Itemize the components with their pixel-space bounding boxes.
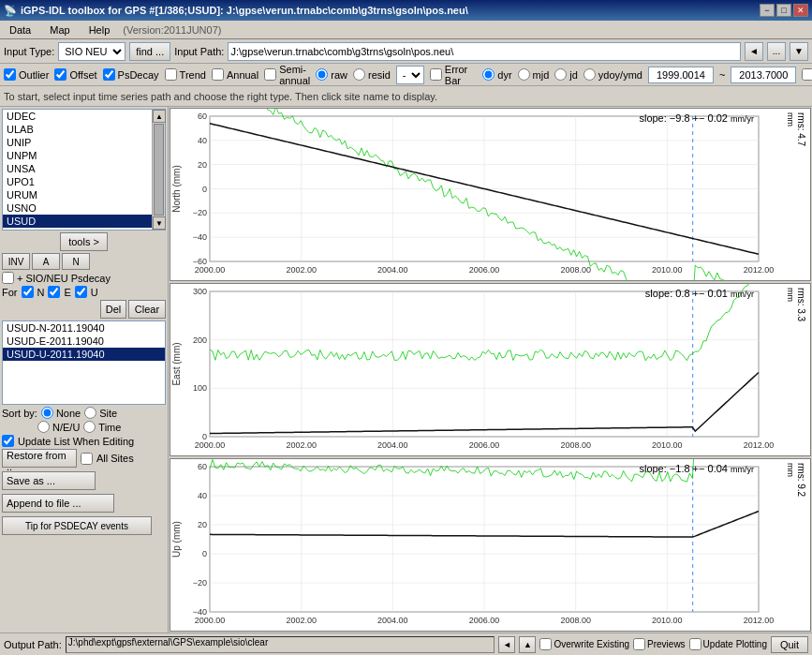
site-item-udec[interactable]: UDEC (3, 110, 152, 123)
from-input[interactable] (648, 67, 714, 83)
semi-annual-group[interactable]: Semi-annual (264, 64, 310, 86)
site-item-unip[interactable]: UNIP (3, 136, 152, 149)
previews-checkbox[interactable] (633, 638, 645, 650)
site-item-unsa[interactable]: UNSA (3, 162, 152, 175)
resid-radio-group[interactable]: resid (353, 68, 391, 81)
site-item-usno[interactable]: USNO (3, 201, 152, 215)
trend-checkbox[interactable] (165, 68, 177, 81)
dyr-radio-group[interactable]: dyr (482, 68, 511, 81)
menu-map[interactable]: Map (44, 22, 75, 37)
psdecay-main-checkbox[interactable] (2, 272, 14, 284)
del-button[interactable]: Del (100, 300, 126, 319)
scroll-down-arrow[interactable]: ▼ (153, 216, 166, 230)
annual-group[interactable]: Annual (212, 68, 258, 81)
annual-checkbox[interactable] (212, 68, 224, 81)
psdecay-row: + SIO/NEU Psdecay (2, 272, 166, 284)
none-radio[interactable] (41, 407, 53, 419)
nav-dots-button[interactable]: ... (767, 42, 786, 61)
minimize-button[interactable]: − (760, 4, 775, 17)
u-checkbox[interactable] (75, 286, 87, 298)
raw-radio-group[interactable]: raw (316, 68, 347, 81)
outlier-checkbox[interactable] (4, 68, 16, 81)
clear-button[interactable]: Clear (128, 300, 166, 319)
mjd-radio-group[interactable]: mjd (518, 68, 550, 81)
resid-radio[interactable] (353, 68, 365, 81)
file-item[interactable]: USUD-N-2011.19040 (3, 321, 165, 335)
output-path-label: Output Path: (4, 639, 62, 650)
overwrite-group[interactable]: Overwrite Existing (539, 638, 629, 650)
e-checkbox[interactable] (48, 286, 60, 298)
time-radio[interactable] (83, 421, 96, 433)
site-item-vacs[interactable]: VACS (3, 228, 152, 230)
neu-radio[interactable] (37, 421, 50, 433)
ydoy-radio[interactable] (583, 68, 596, 81)
error-bar-group[interactable]: Error Bar (430, 64, 467, 86)
update-checkbox[interactable] (2, 435, 14, 447)
n-button[interactable]: N (62, 253, 90, 270)
n-checkbox[interactable] (22, 286, 34, 298)
raw-radio[interactable] (316, 68, 328, 81)
neu-radio-group[interactable]: N/E/U (37, 421, 80, 433)
mjd-radio[interactable] (518, 68, 530, 81)
menu-help[interactable]: Help (83, 22, 116, 37)
scroll-up-arrow[interactable]: ▲ (153, 110, 166, 123)
all-sites-checkbox[interactable] (81, 453, 93, 465)
nav-right-button[interactable]: ▼ (790, 42, 808, 61)
file-item[interactable]: USUD-E-2011.19040 (3, 335, 165, 348)
resid-select[interactable]: - (396, 66, 424, 84)
nav-left-button[interactable]: ◄ (745, 42, 763, 61)
tools-button[interactable]: tools > (60, 232, 108, 251)
chart-up-canvas (170, 459, 810, 631)
previews-group[interactable]: Previews (633, 638, 686, 650)
quit-button[interactable]: Quit (771, 636, 808, 653)
bottom-nav-left[interactable]: ◄ (498, 636, 515, 653)
inv-button[interactable]: INV (2, 253, 30, 270)
update-plotting-checkbox[interactable] (689, 638, 701, 650)
fix-checkbox[interactable] (802, 68, 812, 81)
restore-button[interactable]: Restore from .. (2, 449, 77, 468)
semi-annual-checkbox[interactable] (264, 68, 276, 81)
error-bar-checkbox[interactable] (430, 68, 442, 81)
site-list-scrollbar[interactable]: ▲ ▼ (152, 110, 165, 230)
bottom-nav-up[interactable]: ▲ (519, 636, 536, 653)
save-button[interactable]: Save as ... (2, 471, 96, 490)
site-radio-group[interactable]: Site (84, 407, 117, 419)
offset-group[interactable]: Offset (54, 68, 96, 81)
outlier-group[interactable]: Outlier (4, 68, 49, 81)
psdecay-checkbox[interactable] (103, 68, 115, 81)
update-plotting-group[interactable]: Update Plotting (689, 638, 767, 650)
input-type-select[interactable]: SIO NEU (58, 42, 125, 61)
fix-group[interactable]: Fix (802, 68, 812, 81)
time-radio-group[interactable]: Time (83, 421, 121, 433)
to-input[interactable] (731, 67, 796, 83)
site-item-usud[interactable]: USUD (3, 215, 152, 228)
site-item-upo1[interactable]: UPO1 (3, 175, 152, 188)
offset-checkbox[interactable] (54, 68, 66, 81)
site-list-container: UDECULABUNIPUNPMUNSAUPO1URUMUSNOUSUDVACS… (2, 109, 166, 231)
site-item-unpm[interactable]: UNPM (3, 149, 152, 162)
ydoy-radio-group[interactable]: ydoy/ymd (583, 68, 642, 81)
tip-button[interactable]: Tip for PSDECAY events (2, 516, 152, 535)
site-radio[interactable] (84, 407, 96, 419)
input-path-field[interactable] (228, 42, 741, 61)
site-item-urum[interactable]: URUM (3, 188, 152, 201)
find-button[interactable]: find ... (129, 42, 170, 61)
dyr-radio[interactable] (482, 68, 495, 81)
jd-radio[interactable] (554, 68, 567, 81)
maximize-button[interactable]: □ (776, 4, 791, 17)
file-list-container[interactable]: USUD-N-2011.19040USUD-E-2011.19040USUD-U… (2, 320, 166, 405)
site-item-ulab[interactable]: ULAB (3, 123, 152, 136)
scroll-thumb[interactable] (154, 124, 164, 216)
close-button[interactable]: ✕ (793, 4, 808, 17)
site-list[interactable]: UDECULABUNIPUNPMUNSAUPO1URUMUSNOUSUDVACS (3, 110, 152, 230)
annual-label: Annual (227, 69, 258, 81)
psdecay-group[interactable]: PsDecay (103, 68, 159, 81)
append-button[interactable]: Append to file ... (2, 494, 114, 513)
menu-data[interactable]: Data (4, 22, 37, 37)
a-button[interactable]: A (32, 253, 60, 270)
none-radio-group[interactable]: None (41, 407, 81, 419)
overwrite-checkbox[interactable] (539, 638, 552, 650)
file-item[interactable]: USUD-U-2011.19040 (3, 348, 165, 361)
trend-group[interactable]: Trend (165, 68, 206, 81)
jd-radio-group[interactable]: jd (554, 68, 578, 81)
